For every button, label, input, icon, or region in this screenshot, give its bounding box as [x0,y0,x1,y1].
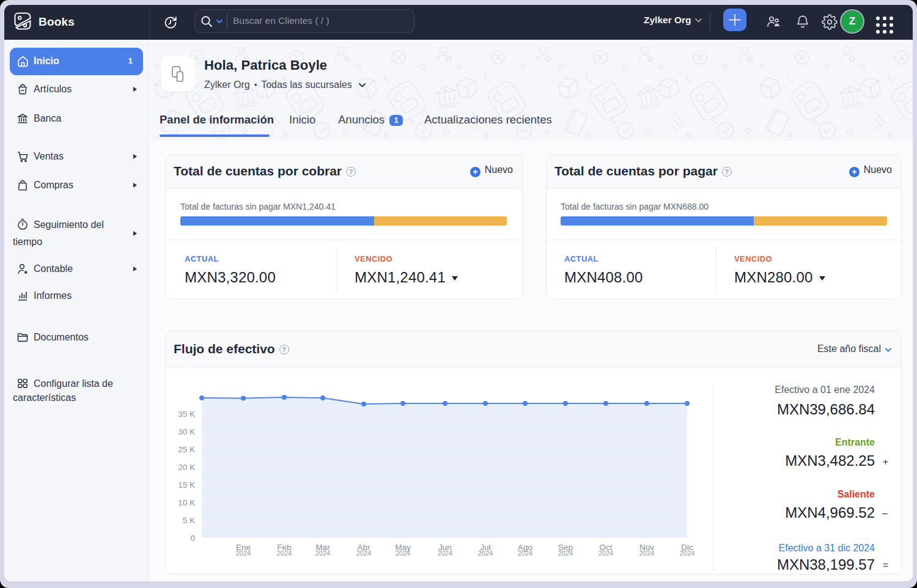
svg-text:MXN38,199.57: MXN38,199.57 [777,556,875,573]
svg-text:10 K: 10 K [178,498,195,507]
svg-text:+: + [883,457,888,467]
svg-text:Efectivo a 31 dic 2024: Efectivo a 31 dic 2024 [779,543,875,553]
svg-text:0: 0 [190,534,195,543]
svg-text:2024: 2024 [478,549,493,557]
svg-text:2024: 2024 [315,549,330,557]
svg-text:Efectivo a 01 ene 2024: Efectivo a 01 ene 2024 [775,384,875,395]
svg-text:2024: 2024 [558,549,573,557]
svg-text:2024: 2024 [639,549,654,557]
svg-text:Entrante: Entrante [835,437,875,447]
svg-text:2024: 2024 [680,549,694,557]
svg-text:MXN4,969.52: MXN4,969.52 [785,504,875,521]
svg-text:2024: 2024 [277,549,292,557]
svg-text:MXN39,686.84: MXN39,686.84 [777,401,875,417]
svg-text:2024: 2024 [396,549,410,557]
svg-text:2024: 2024 [356,549,371,557]
svg-text:2024: 2024 [518,549,532,557]
svg-text:30 K: 30 K [178,427,195,436]
svg-text:=: = [883,560,888,570]
svg-text:20 K: 20 K [178,463,195,472]
svg-text:25 K: 25 K [178,445,195,454]
svg-text:–: – [882,508,888,518]
svg-text:15 K: 15 K [178,480,195,490]
svg-text:35 K: 35 K [178,410,195,419]
svg-text:2024: 2024 [236,549,251,557]
svg-text:Saliente: Saliente [838,489,875,499]
svg-text:MXN3,482.25: MXN3,482.25 [785,452,875,469]
svg-text:5 K: 5 K [183,516,195,525]
svg-text:2024: 2024 [438,549,452,557]
svg-text:2024: 2024 [598,549,613,557]
